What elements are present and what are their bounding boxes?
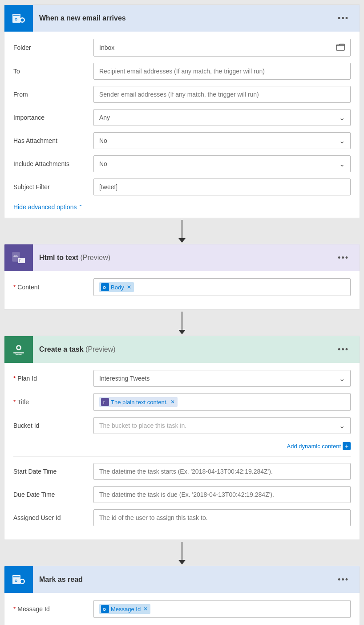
message-id-label: Message Id <box>13 605 93 613</box>
create-task-preview-label: (Preview) <box>85 345 116 353</box>
include-attachments-select[interactable]: No ⌄ <box>93 155 351 172</box>
mark-as-read-header: O Mark as read ••• <box>4 566 360 593</box>
email-trigger-more-button[interactable]: ••• <box>334 12 352 25</box>
content-input[interactable]: O Body ✕ <box>93 278 351 296</box>
has-attachment-label: Has Attachment <box>13 137 93 144</box>
content-tag-text: Body <box>111 284 124 291</box>
create-task-body: Plan Id Interesting Tweets ⌄ Title <box>4 363 360 540</box>
to-label: To <box>13 68 93 75</box>
folder-icon <box>336 43 345 51</box>
folder-value: Inbox <box>99 44 114 51</box>
bucket-id-placeholder: The bucket to place this task in. <box>99 422 186 429</box>
html-to-text-preview-label: (Preview) <box>80 254 110 261</box>
plan-id-chevron-icon: ⌄ <box>339 374 345 383</box>
advanced-link-chevron-icon: ⌃ <box>78 204 83 210</box>
include-attachments-value: No <box>99 160 107 167</box>
email-trigger-header: O When a new email arrives ••• <box>4 5 360 32</box>
folder-label: Folder <box>13 44 93 51</box>
email-trigger-body: Folder Inbox To <box>4 32 360 218</box>
subject-filter-field[interactable] <box>99 183 345 191</box>
has-attachment-row: Has Attachment No ⌄ <box>13 132 351 149</box>
start-date-input[interactable] <box>93 463 351 480</box>
subject-filter-input[interactable] <box>93 179 351 195</box>
form-divider <box>13 456 351 457</box>
importance-select[interactable]: Any ⌄ <box>93 109 351 126</box>
svg-text:</>: </> <box>13 255 18 258</box>
bucket-id-select[interactable]: The bucket to place this task in. ⌄ <box>93 417 351 434</box>
start-date-field[interactable] <box>99 468 345 475</box>
html-to-text-header: </> T Html to text (Preview) ••• <box>4 244 360 271</box>
folder-row: Folder Inbox <box>13 39 351 57</box>
svg-rect-2 <box>13 15 20 16</box>
has-attachment-select[interactable]: No ⌄ <box>93 132 351 149</box>
importance-value: Any <box>99 114 110 121</box>
mark-as-read-icon-wrapper: O <box>4 566 33 593</box>
mark-as-read-title: Mark as read <box>33 576 334 584</box>
plan-id-label: Plan Id <box>13 375 93 382</box>
create-task-title-text: Create a task <box>39 345 84 353</box>
svg-point-24 <box>21 580 24 583</box>
importance-label: Importance <box>13 114 93 121</box>
plan-id-row: Plan Id Interesting Tweets ⌄ <box>13 370 351 387</box>
due-date-label: Due Date Time <box>13 491 93 498</box>
add-dynamic-content-icon: + <box>343 442 351 450</box>
plan-id-value: Interesting Tweets <box>99 375 150 382</box>
to-row: To <box>13 63 351 80</box>
outlook-icon-svg: O <box>11 10 27 26</box>
content-tag-close-button[interactable]: ✕ <box>127 284 131 290</box>
html-to-text-icon-svg: </> T <box>11 250 27 266</box>
svg-text:O: O <box>103 607 106 612</box>
start-date-label: Start Date Time <box>13 468 93 475</box>
hide-advanced-options-link[interactable]: Hide advanced options ⌃ <box>13 203 83 211</box>
from-label: From <box>13 91 93 98</box>
task-title-label: Title <box>13 398 93 406</box>
folder-browse-button[interactable] <box>336 43 345 53</box>
importance-chevron-icon: ⌄ <box>339 114 345 122</box>
create-task-card: Create a task (Preview) ••• Plan Id Inte… <box>4 336 360 540</box>
create-task-icon-svg <box>11 341 27 357</box>
content-tag-container: O Body ✕ <box>99 282 134 292</box>
folder-input[interactable]: Inbox <box>93 39 351 57</box>
email-trigger-title: When a new email arrives <box>33 14 334 22</box>
message-id-tag-container: O Message Id ✕ <box>99 604 150 614</box>
to-input-field[interactable] <box>99 68 345 75</box>
subject-filter-label: Subject Filter <box>13 183 93 191</box>
svg-point-4 <box>21 19 24 22</box>
mark-as-read-more-button[interactable]: ••• <box>334 573 352 586</box>
create-task-more-button[interactable]: ••• <box>334 343 352 356</box>
email-trigger-icon: O <box>4 5 33 32</box>
include-attachments-label: Include Attachments <box>13 160 93 167</box>
task-title-input[interactable]: T The plain text content. ✕ <box>93 393 351 411</box>
due-date-field[interactable] <box>99 491 345 498</box>
from-input-field[interactable] <box>99 91 345 98</box>
plan-id-select[interactable]: Interesting Tweets ⌄ <box>93 370 351 387</box>
due-date-input[interactable] <box>93 486 351 503</box>
assigned-user-input[interactable] <box>93 509 351 526</box>
task-title-tag-icon-svg: T <box>102 399 108 405</box>
svg-text:T: T <box>103 401 105 404</box>
add-dynamic-content-button[interactable]: Add dynamic content + <box>287 442 351 450</box>
message-id-tag-close-button[interactable]: ✕ <box>143 606 148 612</box>
add-dynamic-content-row: Add dynamic content + <box>93 440 351 455</box>
task-title-row: Title T The plain text content. ✕ <box>13 393 351 411</box>
html-to-text-body: Content O Body ✕ <box>4 271 360 309</box>
from-input[interactable] <box>93 86 351 103</box>
content-tag-outlook-icon: O <box>101 283 109 291</box>
message-id-input[interactable]: O Message Id ✕ <box>93 600 351 618</box>
task-title-tag-container: T The plain text content. ✕ <box>99 397 178 407</box>
task-title-tag-close-button[interactable]: ✕ <box>170 399 175 405</box>
assigned-user-field[interactable] <box>99 514 345 521</box>
tag-outlook-icon-svg: O <box>102 284 108 290</box>
mark-as-read-icon-svg: O <box>11 572 27 588</box>
from-row: From <box>13 86 351 103</box>
flow-arrow-3 <box>182 542 182 564</box>
bucket-id-chevron-icon: ⌄ <box>339 422 345 430</box>
html-to-text-title-text: Html to text <box>39 254 78 261</box>
message-id-tag-text: Message Id <box>111 606 141 613</box>
due-date-row: Due Date Time <box>13 486 351 503</box>
arrow-connector-3 <box>4 540 360 566</box>
subject-filter-row: Subject Filter <box>13 179 351 195</box>
to-input[interactable] <box>93 63 351 80</box>
html-to-text-more-button[interactable]: ••• <box>334 252 352 264</box>
task-title-tag: T The plain text content. ✕ <box>99 397 178 407</box>
